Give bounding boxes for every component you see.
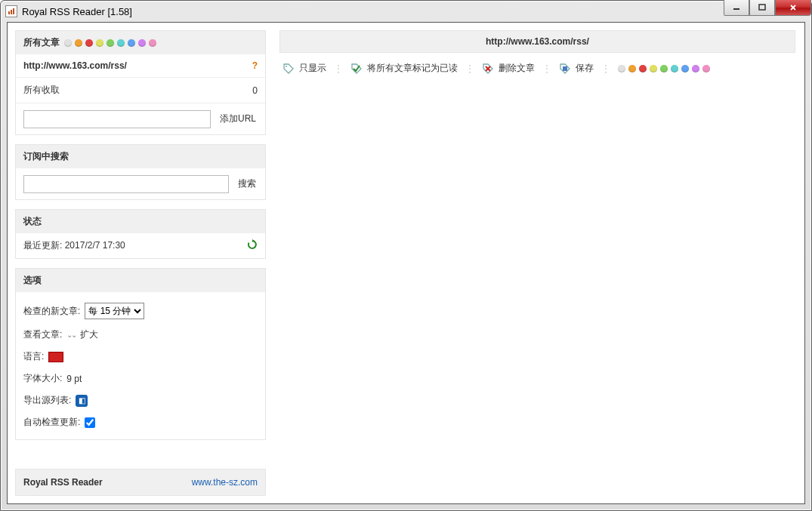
options-panel-header: 选项 (16, 269, 265, 292)
font-size-row: 字体大小: 9 pt (23, 368, 258, 389)
feed-url: http://www.163.com/rss/ (23, 60, 127, 71)
export-label: 导出源列表: (23, 394, 71, 407)
chevron-down-icon[interactable]: ⌄⌄ (66, 331, 76, 339)
language-row: 语言: (23, 346, 258, 368)
minimize-button[interactable] (724, 0, 749, 16)
all-received-label: 所有收取 (23, 84, 60, 97)
color-dots[interactable] (618, 65, 710, 72)
color-dot[interactable] (138, 39, 146, 47)
svg-rect-4 (563, 66, 567, 71)
refresh-icon[interactable] (247, 239, 258, 252)
export-icon[interactable]: ◧ (76, 395, 88, 407)
svg-rect-1 (733, 8, 739, 10)
separator-icon: ⋮ (334, 63, 343, 74)
view-articles-label: 查看文章: (23, 328, 62, 341)
color-dot[interactable] (692, 65, 699, 72)
close-button[interactable] (775, 0, 811, 16)
titlebar[interactable]: Royal RSS Reader [1.58] (1, 1, 811, 22)
color-dot[interactable] (660, 65, 668, 72)
svg-point-3 (286, 66, 287, 67)
maximize-button[interactable] (749, 0, 775, 16)
add-url-input[interactable] (23, 110, 211, 128)
separator-icon: ⋮ (465, 63, 474, 74)
feed-row[interactable]: http://www.163.com/rss/ ? (16, 54, 265, 78)
font-size-value[interactable]: 9 pt (66, 374, 82, 384)
status-panel: 状态 最近更新: 2017/2/7 17:30 (15, 209, 266, 259)
search-panel-header: 订阅中搜索 (16, 145, 265, 168)
separator-icon: ⋮ (601, 63, 610, 74)
color-dot[interactable] (618, 65, 625, 72)
check-new-row: 检查的新文章: 每 15 分钟 (23, 298, 258, 324)
search-input[interactable] (23, 175, 229, 193)
search-panel: 订阅中搜索 搜索 (15, 144, 266, 200)
language-label: 语言: (23, 350, 44, 363)
view-articles-value[interactable]: 扩大 (80, 328, 98, 341)
svg-rect-2 (759, 5, 765, 10)
color-dot[interactable] (107, 39, 114, 47)
color-dot[interactable] (96, 39, 103, 47)
font-size-label: 字体大小: (23, 372, 62, 385)
delete-tag-icon (482, 63, 494, 75)
footer-link[interactable]: www.the-sz.com (192, 477, 258, 488)
color-dot[interactable] (149, 39, 156, 47)
color-dot[interactable] (128, 39, 135, 47)
options-body: 检查的新文章: 每 15 分钟 查看文章: ⌄⌄ 扩大 语言: (16, 292, 265, 439)
client-area: 所有文章 http://www.163.com/rss/ ? 所有收取 0 添加… (7, 22, 805, 504)
color-dots[interactable] (64, 39, 156, 47)
auto-check-label: 自动检查更新: (23, 416, 80, 429)
color-dot[interactable] (64, 39, 72, 47)
feeds-panel: 所有文章 http://www.163.com/rss/ ? 所有收取 0 添加… (15, 30, 266, 135)
delete-button[interactable]: 删除文章 (482, 62, 535, 75)
separator-icon: ⋮ (542, 63, 551, 74)
flag-icon[interactable] (48, 352, 63, 362)
sidebar-footer: Royal RSS Reader www.the-sz.com (15, 469, 266, 496)
search-row: 搜索 (16, 168, 265, 199)
status-row: 最近更新: 2017/2/7 17:30 (16, 233, 265, 258)
save-button[interactable]: 保存 (559, 62, 594, 75)
add-url-row: 添加URL (16, 103, 265, 134)
main-header: http://www.163.com/rss/ (279, 30, 795, 53)
status-panel-header: 状态 (16, 210, 265, 233)
search-button[interactable]: 搜索 (236, 174, 258, 193)
color-dot[interactable] (671, 65, 678, 72)
color-dot[interactable] (117, 39, 125, 47)
auto-check-row: 自动检查更新: (23, 411, 258, 433)
check-new-label: 检查的新文章: (23, 305, 80, 318)
export-row: 导出源列表: ◧ (23, 389, 258, 411)
auto-check-checkbox[interactable] (85, 417, 95, 428)
sidebar: 所有文章 http://www.163.com/rss/ ? 所有收取 0 添加… (8, 23, 273, 503)
feeds-panel-header: 所有文章 (16, 31, 265, 54)
footer-app-name: Royal RSS Reader (23, 477, 103, 488)
color-dot[interactable] (702, 65, 710, 72)
save-tag-icon (559, 63, 571, 75)
toolbar: 只显示 ⋮ 将所有文章标记为已读 ⋮ 删除文章 ⋮ 保存 ⋮ (279, 60, 795, 79)
tag-icon (283, 63, 295, 75)
all-articles-label: 所有文章 (23, 36, 60, 49)
color-dot[interactable] (628, 65, 636, 72)
status-text: 最近更新: 2017/2/7 17:30 (23, 239, 125, 252)
main-area: http://www.163.com/rss/ 只显示 ⋮ 将所有文章标记为已读… (273, 23, 804, 503)
window-frame: Royal RSS Reader [1.58] 所有文章 http://www.… (0, 0, 812, 511)
mark-all-read-button[interactable]: 将所有文章标记为已读 (350, 62, 458, 75)
feed-badge: ? (252, 60, 258, 71)
app-icon (5, 5, 17, 17)
view-articles-row: 查看文章: ⌄⌄ 扩大 (23, 324, 258, 346)
color-dot[interactable] (75, 39, 82, 47)
color-dot[interactable] (650, 65, 657, 72)
all-received-row[interactable]: 所有收取 0 (16, 78, 265, 103)
only-show-button[interactable]: 只显示 (283, 62, 326, 75)
window-controls (724, 0, 811, 16)
color-dot[interactable] (85, 39, 93, 47)
window-title: Royal RSS Reader [1.58] (22, 6, 132, 17)
check-new-select[interactable]: 每 15 分钟 (85, 303, 144, 319)
all-received-count: 0 (252, 85, 258, 96)
add-url-button[interactable]: 添加URL (218, 109, 258, 128)
options-panel: 选项 检查的新文章: 每 15 分钟 查看文章: ⌄⌄ 扩大 语言: (15, 268, 266, 440)
color-dot[interactable] (639, 65, 647, 72)
check-tag-icon (350, 63, 363, 75)
color-dot[interactable] (681, 65, 689, 72)
